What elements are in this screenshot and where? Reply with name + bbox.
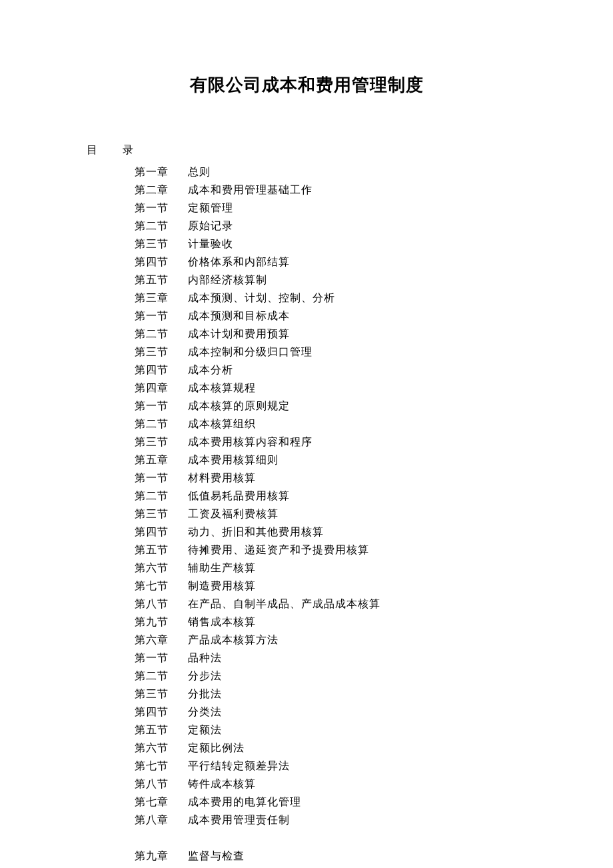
toc-entry-label: 第一节 [135,469,188,487]
toc-entry-text: 定额管理 [188,199,526,217]
toc-entry-label: 第四章 [135,379,188,397]
toc-row: 第二节原始记录 [135,217,526,235]
toc-entry-text: 成本分析 [188,361,526,379]
toc-entry-label: 第七节 [135,757,188,775]
toc-entry-label: 第四节 [135,523,188,541]
toc-row: 第四节价格体系和内部结算 [135,253,526,271]
toc-header-lu: 录 [123,143,134,157]
toc-row: 第四节动力、折旧和其他费用核算 [135,523,526,541]
toc-row: 第三节成本费用核算内容和程序 [135,433,526,451]
toc-entry-text: 监督与检查 [188,847,526,865]
toc-entry-text: 成本核算的原则规定 [188,397,526,415]
toc-entry-label: 第五节 [135,721,188,739]
toc-entry-text: 价格体系和内部结算 [188,253,526,271]
toc-entry-label: 第七节 [135,577,188,595]
toc-entry-label: 第二节 [135,415,188,433]
toc-row: 第一节材料费用核算 [135,469,526,487]
toc-row: 第四节成本分析 [135,361,526,379]
toc-entry-label: 第三章 [135,289,188,307]
toc-entry-text: 动力、折旧和其他费用核算 [188,523,526,541]
toc-entry-label: 第二节 [135,325,188,343]
toc-row: 第一节成本核算的原则规定 [135,397,526,415]
toc-entry-text: 成本和费用管理基础工作 [188,181,526,199]
toc-entry-label: 第三节 [135,343,188,361]
toc-row: 第八节在产品、自制半成品、产成品成本核算 [135,595,526,613]
toc-entry-label: 第四节 [135,703,188,721]
toc-entry-text: 定额法 [188,721,526,739]
toc-entry-text: 制造费用核算 [188,577,526,595]
toc-row: 第二节成本核算组织 [135,415,526,433]
toc-row: 第一节成本预测和目标成本 [135,307,526,325]
toc-row: 第四节分类法 [135,703,526,721]
toc-row: 第三节工资及福利费核算 [135,505,526,523]
toc-entry-text: 成本费用核算内容和程序 [188,433,526,451]
toc-entry-label: 第九章 [135,847,188,865]
toc-row: 第九节销售成本核算 [135,613,526,631]
toc-entry-text: 成本费用管理责任制 [188,811,526,829]
toc-entry-text: 平行结转定额差异法 [188,757,526,775]
toc-gap [135,829,526,847]
toc-entry-label: 第七章 [135,793,188,811]
toc-entry-text: 在产品、自制半成品、产成品成本核算 [188,595,526,613]
toc-entry-label: 第一章 [135,163,188,181]
toc-row: 第一节品种法 [135,649,526,667]
toc-entry-label: 第六节 [135,559,188,577]
toc-entry-text: 成本计划和费用预算 [188,325,526,343]
toc-row: 第六节辅助生产核算 [135,559,526,577]
toc-entry-text: 销售成本核算 [188,613,526,631]
toc-entry-label: 第六章 [135,631,188,649]
toc-entry-text: 成本核算组织 [188,415,526,433]
toc-row: 第四章成本核算规程 [135,379,526,397]
toc-entry-label: 第五节 [135,271,188,289]
toc-entry-label: 第四节 [135,361,188,379]
toc-row: 第二节低值易耗品费用核算 [135,487,526,505]
toc-entry-text: 待摊费用、递延资产和予提费用核算 [188,541,526,559]
toc-entry-text: 分步法 [188,667,526,685]
toc-row: 第六章产品成本核算方法 [135,631,526,649]
toc-entry-label: 第六节 [135,739,188,757]
toc-entry-label: 第一节 [135,397,188,415]
toc-entry-label: 第三节 [135,433,188,451]
toc-entry-label: 第三节 [135,685,188,703]
toc-row: 第三章成本预测、计划、控制、分析 [135,289,526,307]
toc-entry-label: 第五节 [135,541,188,559]
toc-row: 第五节内部经济核算制 [135,271,526,289]
toc-entry-label: 第九节 [135,613,188,631]
toc-row: 第七节平行结转定额差异法 [135,757,526,775]
toc-entry-label: 第一节 [135,307,188,325]
toc-row: 第六节定额比例法 [135,739,526,757]
toc-row: 第八章成本费用管理责任制 [135,811,526,829]
toc-entry-label: 第一节 [135,649,188,667]
toc-entry-text: 总则 [188,163,526,181]
toc-list: 第一章总则第二章成本和费用管理基础工作第一节定额管理第二节原始记录第三节计量验收… [135,163,526,865]
toc-row: 第八节铸件成本核算 [135,775,526,793]
toc-row: 第九章监督与检查 [135,847,526,865]
toc-entry-text: 辅助生产核算 [188,559,526,577]
toc-row: 第七节制造费用核算 [135,577,526,595]
toc-entry-label: 第二章 [135,181,188,199]
toc-entry-text: 成本费用核算细则 [188,451,526,469]
toc-entry-text: 计量验收 [188,235,526,253]
toc-row: 第五节待摊费用、递延资产和予提费用核算 [135,541,526,559]
toc-row: 第一章总则 [135,163,526,181]
toc-entry-text: 产品成本核算方法 [188,631,526,649]
toc-header-mu: 目 [87,143,98,157]
toc-entry-text: 材料费用核算 [188,469,526,487]
toc-entry-label: 第八章 [135,811,188,829]
toc-row: 第三节分批法 [135,685,526,703]
toc-entry-label: 第五章 [135,451,188,469]
toc-row: 第五节定额法 [135,721,526,739]
toc-row: 第五章成本费用核算细则 [135,451,526,469]
toc-entry-label: 第八节 [135,775,188,793]
toc-row: 第二节分步法 [135,667,526,685]
toc-entry-text: 品种法 [188,649,526,667]
toc-entry-label: 第二节 [135,667,188,685]
toc-entry-label: 第三节 [135,505,188,523]
toc-entry-label: 第二节 [135,217,188,235]
toc-row: 第一节定额管理 [135,199,526,217]
toc-entry-text: 成本控制和分级归口管理 [188,343,526,361]
toc-entry-label: 第四节 [135,253,188,271]
document-page: 有限公司成本和费用管理制度 目 录 第一章总则第二章成本和费用管理基础工作第一节… [0,0,613,868]
toc-row: 第三节成本控制和分级归口管理 [135,343,526,361]
toc-entry-text: 分类法 [188,703,526,721]
